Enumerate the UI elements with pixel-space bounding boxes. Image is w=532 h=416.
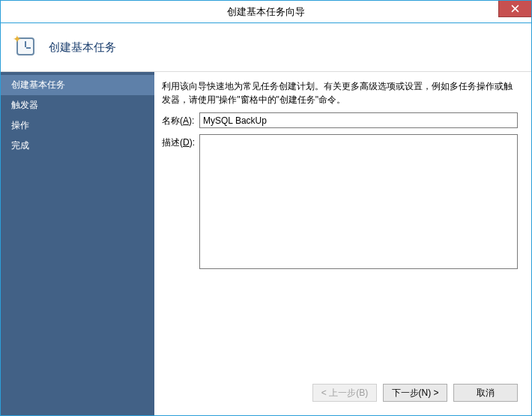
titlebar: 创建基本任务向导 (1, 1, 531, 23)
wizard-content: 利用该向导快速地为常见任务创建计划。有关更多高级选项或设置，例如多任务操作或触发… (154, 72, 531, 415)
close-button[interactable] (498, 1, 531, 17)
name-row: 名称(A): (162, 112, 518, 128)
sidebar-item-create-basic-task[interactable]: 创建基本任务 (1, 75, 154, 95)
next-button[interactable]: 下一步(N) > (383, 384, 447, 402)
sidebar-item-finish[interactable]: 完成 (1, 136, 154, 156)
back-button: < 上一步(B) (312, 384, 377, 402)
close-icon (511, 4, 519, 13)
cancel-button[interactable]: 取消 (453, 384, 518, 402)
intro-text: 利用该向导快速地为常见任务创建计划。有关更多高级选项或设置，例如多任务操作或触发… (162, 79, 518, 106)
window-title: 创建基本任务向导 (1, 5, 531, 19)
description-input[interactable] (199, 134, 518, 269)
task-scheduler-icon: ✦ (14, 35, 38, 59)
wizard-footer: < 上一步(B) 下一步(N) > 取消 (162, 376, 518, 408)
wizard-sidebar: 创建基本任务 触发器 操作 完成 (1, 72, 154, 415)
wizard-body: 创建基本任务 触发器 操作 完成 利用该向导快速地为常见任务创建计划。有关更多高… (1, 72, 531, 415)
sidebar-item-trigger[interactable]: 触发器 (1, 95, 154, 115)
wizard-header: ✦ 创建基本任务 (1, 23, 531, 72)
name-label: 名称(A): (162, 112, 199, 127)
sidebar-item-action[interactable]: 操作 (1, 115, 154, 136)
description-label: 描述(D): (162, 134, 199, 149)
description-row: 描述(D): (162, 134, 518, 269)
wizard-window: 创建基本任务向导 ✦ 创建基本任务 创建基本任务 触发器 操作 完成 (0, 0, 532, 416)
page-title: 创建基本任务 (49, 40, 116, 55)
name-input[interactable] (199, 112, 518, 128)
